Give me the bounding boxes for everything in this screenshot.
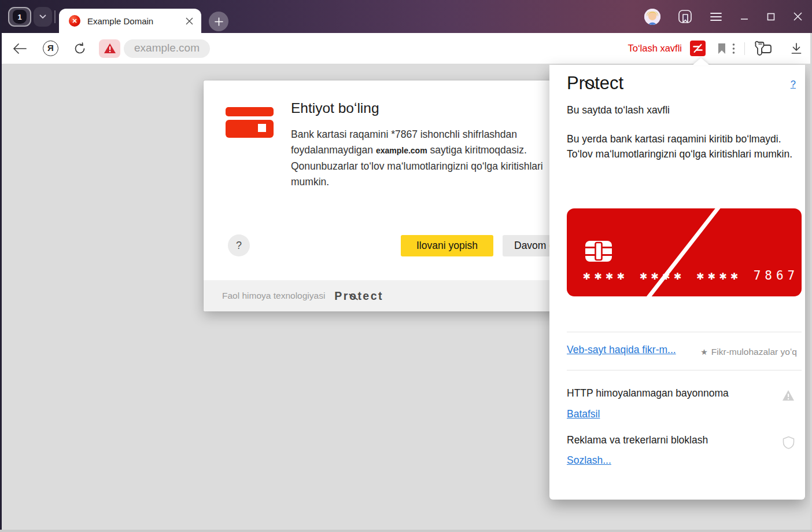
divider bbox=[567, 370, 802, 370]
window-edge-bottom bbox=[0, 530, 812, 532]
tab-group-chip: 1 bbox=[8, 7, 52, 27]
dialog-domain: example.com bbox=[376, 146, 427, 155]
site-danger-badge[interactable] bbox=[99, 39, 120, 58]
http-warning-icon bbox=[782, 390, 795, 403]
bookmark-button[interactable] bbox=[717, 43, 726, 54]
panel-description: Bu yerda bank kartasi raqamini kiritib b… bbox=[567, 132, 805, 162]
panel-help-link[interactable]: ? bbox=[791, 79, 796, 90]
address-bar-more-button[interactable] bbox=[732, 43, 735, 54]
toolbar-separator bbox=[744, 42, 745, 55]
http-report-title: HTTP himoyalanmagan bayonnoma bbox=[567, 387, 729, 399]
protect-warning-dialog: Ehtiyot boʻling Bank kartasi raqamini *7… bbox=[204, 80, 574, 311]
tab-example-domain[interactable]: ✕ Example Domain bbox=[59, 9, 201, 33]
window-edge-left bbox=[0, 0, 2, 532]
extensions-button[interactable] bbox=[754, 41, 773, 57]
protect-blocked-card-icon bbox=[692, 43, 703, 54]
close-app-button[interactable]: Ilovani yopish bbox=[401, 235, 493, 256]
footer-tagline: Faol himoya texnologiyasi bbox=[222, 291, 325, 301]
menu-button[interactable] bbox=[710, 12, 722, 21]
blocked-card-graphic: ✱✱✱✱ ✱✱✱✱ ✱✱✱✱ 7867 bbox=[567, 208, 802, 296]
card-chip-icon bbox=[585, 241, 612, 262]
shield-icon bbox=[783, 436, 795, 452]
tab-group-count-button[interactable]: 1 bbox=[8, 7, 31, 27]
tab-error-favicon-icon: ✕ bbox=[69, 15, 80, 27]
chevron-down-icon bbox=[39, 14, 46, 19]
titlebar-separator bbox=[54, 10, 56, 23]
profile-avatar[interactable] bbox=[644, 9, 660, 25]
close-window-button[interactable] bbox=[793, 12, 803, 21]
minimize-button[interactable] bbox=[740, 12, 749, 21]
address-url: example.com bbox=[134, 42, 200, 54]
maximize-button[interactable] bbox=[766, 12, 776, 21]
minimize-icon bbox=[740, 12, 749, 21]
address-bar[interactable]: example.com bbox=[124, 39, 210, 58]
panel-subtitle: Bu saytda toʻlash xavfli bbox=[567, 104, 670, 116]
titlebar-controls bbox=[644, 0, 803, 33]
bank-card-icon bbox=[226, 107, 274, 138]
tab-close-button[interactable] bbox=[186, 17, 193, 25]
refresh-button[interactable] bbox=[73, 42, 86, 55]
back-button[interactable] bbox=[13, 43, 27, 54]
warning-triangle-icon bbox=[104, 43, 116, 54]
toolbar: Я example.com Toʻlash xavfli bbox=[0, 33, 812, 64]
back-arrow-icon bbox=[13, 43, 27, 54]
divider bbox=[567, 332, 802, 332]
card-slash-line bbox=[641, 198, 726, 306]
download-icon bbox=[790, 42, 803, 55]
close-icon bbox=[186, 17, 193, 25]
downloads-button[interactable] bbox=[790, 42, 803, 55]
avatar-icon bbox=[644, 9, 660, 25]
tags-icon bbox=[754, 41, 773, 57]
plus-icon bbox=[215, 17, 223, 26]
new-tab-button[interactable] bbox=[209, 12, 228, 31]
dialog-help-button[interactable]: ? bbox=[228, 234, 250, 256]
tab-count-badge: 1 bbox=[13, 10, 27, 24]
tab-title: Example Domain bbox=[87, 16, 153, 26]
masked-card-number: ✱✱✱✱ ✱✱✱✱ ✱✱✱✱ 7867 bbox=[583, 269, 799, 282]
dialog-body-text: Bank kartasi raqamini *7867 ishonchli sh… bbox=[291, 127, 567, 190]
ad-block-title: Reklama va trekerlarni bloklash bbox=[567, 434, 708, 446]
protect-panel-button[interactable] bbox=[690, 41, 706, 56]
vertical-dots-icon bbox=[732, 43, 735, 54]
close-icon bbox=[793, 12, 803, 21]
bookmark-icon bbox=[717, 43, 726, 54]
yandex-logo-button[interactable]: Я bbox=[43, 41, 58, 56]
browser-window: 1 ✕ Example Domain bbox=[0, 0, 812, 532]
refresh-icon bbox=[73, 42, 86, 55]
dialog-footer: Faol himoya texnologiyasi Protect bbox=[204, 280, 574, 311]
site-review-link[interactable]: Veb-sayt haqida fikr-m... bbox=[567, 344, 676, 356]
protect-logo: Protect bbox=[334, 289, 383, 303]
protect-warning-label: Toʻlash xavfli bbox=[628, 43, 682, 54]
sidebar-toggle-button[interactable] bbox=[678, 9, 692, 24]
star-icon: ★ bbox=[700, 347, 708, 357]
review-status: ★ Fikr-mulohazalar yoʻq bbox=[700, 347, 797, 357]
protect-panel: Protect ? Bu saytda toʻlash xavfli Bu ye… bbox=[549, 65, 805, 500]
panel-caret bbox=[692, 58, 710, 65]
sidebar-bookmark-icon bbox=[678, 9, 692, 24]
panel-title-logo: Protect bbox=[567, 73, 623, 94]
ad-block-settings-link[interactable]: Sozlash... bbox=[567, 454, 611, 467]
titlebar: 1 ✕ Example Domain bbox=[0, 0, 812, 33]
yandex-logo-letter: Я bbox=[47, 43, 54, 53]
maximize-icon bbox=[766, 12, 776, 21]
hamburger-icon bbox=[710, 12, 722, 21]
http-details-link[interactable]: Batafsil bbox=[567, 408, 600, 420]
tab-group-dropdown-button[interactable] bbox=[34, 7, 52, 27]
dialog-title: Ehtiyot boʻling bbox=[291, 100, 379, 116]
